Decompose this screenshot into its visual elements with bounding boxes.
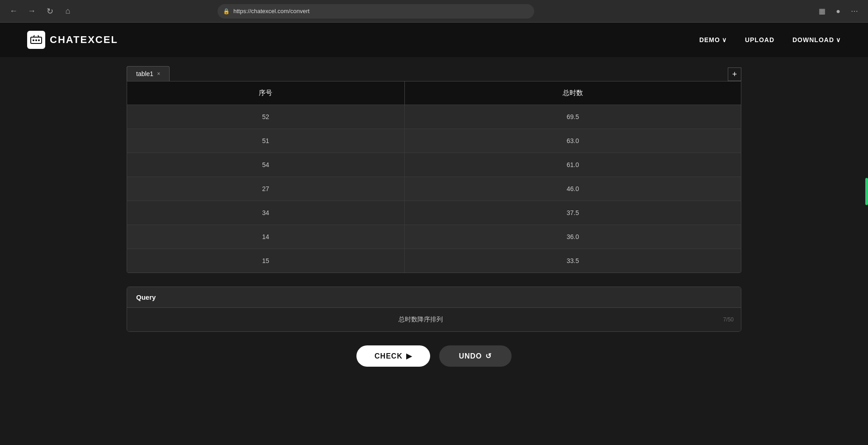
data-table-wrapper: 序号 总时数 52 69.5 51 63.0 54 61.0 27 46.0 3… [127, 81, 741, 273]
undo-icon: ↺ [485, 352, 492, 360]
logo-icon [27, 31, 45, 49]
cell-zonshishu-1: 63.0 [404, 129, 741, 153]
query-section: Query 7/50 [127, 287, 741, 332]
nav-links: DEMO ∨ UPLOAD DOWNLOAD ∨ [699, 36, 841, 43]
cell-xuhao-1: 51 [127, 129, 404, 153]
home-button[interactable]: ⌂ [62, 5, 74, 18]
table-row: 15 33.5 [127, 249, 741, 273]
undo-button[interactable]: UNDO ↺ [439, 345, 512, 367]
table-row: 14 36.0 [127, 225, 741, 249]
query-input-area: 7/50 [127, 308, 741, 331]
upload-nav-link[interactable]: UPLOAD [745, 36, 774, 43]
cell-zonshishu-2: 61.0 [404, 153, 741, 177]
scroll-indicator [865, 178, 868, 205]
undo-label: UNDO [459, 352, 482, 360]
demo-nav-link[interactable]: DEMO ∨ [699, 36, 727, 43]
logo-area: ChatExcel [27, 31, 118, 49]
browser-actions: ▦ ● ⋯ [816, 5, 861, 18]
tab-bar: table1 × + [127, 66, 741, 81]
url-text: https://chatexcel.com/convert [233, 8, 309, 14]
address-bar[interactable]: 🔒 https://chatexcel.com/convert [218, 4, 534, 19]
nav-header: ChatExcel DEMO ∨ UPLOAD DOWNLOAD ∨ [0, 23, 868, 57]
forward-button[interactable]: → [25, 5, 38, 18]
tab-label: table1 [136, 70, 153, 77]
demo-label: DEMO [699, 36, 720, 43]
query-char-count: 7/50 [723, 316, 734, 323]
cell-zonshishu-3: 46.0 [404, 177, 741, 201]
table-row: 34 37.5 [127, 201, 741, 225]
check-label: CHECK [375, 352, 403, 360]
data-table: 序号 总时数 52 69.5 51 63.0 54 61.0 27 46.0 3… [127, 81, 741, 273]
tab-close-icon[interactable]: × [157, 71, 160, 77]
cell-zonshishu-6: 33.5 [404, 249, 741, 273]
svg-point-1 [33, 39, 34, 41]
query-header: Query [127, 287, 741, 308]
add-tab-button[interactable]: + [728, 67, 741, 81]
back-button[interactable]: ← [7, 5, 20, 18]
download-chevron-icon: ∨ [836, 36, 841, 43]
cell-xuhao-4: 34 [127, 201, 404, 225]
table-row: 54 61.0 [127, 153, 741, 177]
col-header-zonshishu: 总时数 [404, 81, 741, 105]
download-nav-link[interactable]: DOWNLOAD ∨ [792, 36, 841, 43]
logo-text: ChatExcel [50, 34, 118, 46]
cell-xuhao-0: 52 [127, 105, 404, 129]
cell-zonshishu-4: 37.5 [404, 201, 741, 225]
content-area: table1 × + 序号 总时数 52 69.5 51 63.0 [0, 57, 868, 394]
cell-xuhao-6: 15 [127, 249, 404, 273]
table-body: 52 69.5 51 63.0 54 61.0 27 46.0 34 37.5 … [127, 105, 741, 273]
profile-icon[interactable]: ● [832, 5, 844, 18]
table-header-row: 序号 总时数 [127, 81, 741, 105]
refresh-button[interactable]: ↻ [43, 5, 56, 18]
check-button[interactable]: CHECK ▶ [356, 345, 430, 367]
browser-chrome: ← → ↻ ⌂ 🔒 https://chatexcel.com/convert … [0, 0, 868, 23]
check-icon: ▶ [406, 352, 412, 360]
cell-xuhao-2: 54 [127, 153, 404, 177]
lock-icon: 🔒 [223, 8, 230, 14]
table-row: 52 69.5 [127, 105, 741, 129]
table-header: 序号 总时数 [127, 81, 741, 105]
svg-point-2 [35, 39, 37, 41]
app-container: ChatExcel DEMO ∨ UPLOAD DOWNLOAD ∨ table… [0, 23, 868, 445]
buttons-row: CHECK ▶ UNDO ↺ [127, 345, 741, 385]
col-header-xuhao: 序号 [127, 81, 404, 105]
download-label: DOWNLOAD [792, 36, 834, 43]
tab-table1[interactable]: table1 × [127, 66, 170, 81]
table-row: 27 46.0 [127, 177, 741, 201]
query-input[interactable] [127, 308, 741, 331]
cell-xuhao-3: 27 [127, 177, 404, 201]
svg-point-3 [38, 39, 40, 41]
extensions-icon[interactable]: ▦ [816, 5, 828, 18]
cell-zonshishu-5: 36.0 [404, 225, 741, 249]
cell-zonshishu-0: 69.5 [404, 105, 741, 129]
more-options-icon[interactable]: ⋯ [848, 5, 861, 18]
demo-chevron-icon: ∨ [722, 36, 727, 43]
table-row: 51 63.0 [127, 129, 741, 153]
upload-label: UPLOAD [745, 36, 774, 43]
cell-xuhao-5: 14 [127, 225, 404, 249]
